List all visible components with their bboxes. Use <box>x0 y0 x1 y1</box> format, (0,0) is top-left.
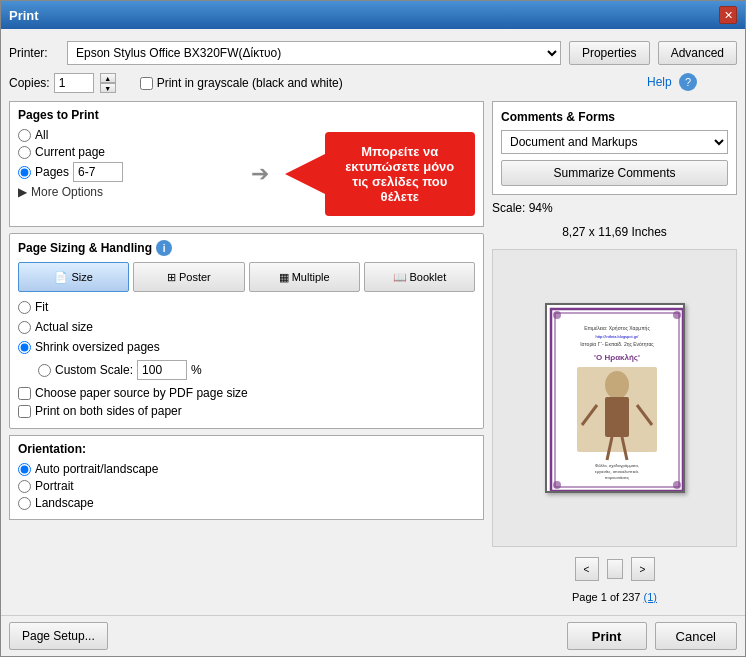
printer-row: Printer: Epson Stylus Office BX320FW(Δίκ… <box>9 41 737 65</box>
page-setup-button[interactable]: Page Setup... <box>9 622 108 650</box>
orientation-group: Orientation: Auto portrait/landscape Por… <box>9 435 484 520</box>
summarize-button[interactable]: Summarize Comments <box>501 160 728 186</box>
properties-button[interactable]: Properties <box>569 41 650 65</box>
size-buttons-row: 📄 Size ⊞ Poster ▦ Multiple 📖 <box>18 262 475 292</box>
custom-scale-label: Custom Scale: <box>55 363 133 377</box>
scale-input[interactable] <box>137 360 187 380</box>
print-button[interactable]: Print <box>567 622 647 650</box>
auto-radio[interactable] <box>18 463 31 476</box>
left-panel: Pages to Print All Current page <box>9 101 484 603</box>
svg-text:εργασίες, αποκαλυπτικά,: εργασίες, αποκαλυπτικά, <box>595 469 639 474</box>
fit-label: Fit <box>35 300 48 314</box>
copies-up-button[interactable]: ▲ <box>100 73 116 83</box>
landscape-radio[interactable] <box>18 497 31 510</box>
copies-input[interactable] <box>54 73 94 93</box>
title-bar: Print ✕ <box>1 1 745 29</box>
both-sides-row: Print on both sides of paper <box>18 404 475 418</box>
grayscale-checkbox[interactable] <box>140 77 153 90</box>
percent-label: % <box>191 363 202 377</box>
auto-label: Auto portrait/landscape <box>35 462 158 476</box>
orientation-title: Orientation: <box>18 442 475 456</box>
info-icon[interactable]: i <box>156 240 172 256</box>
shrink-radio[interactable] <box>18 341 31 354</box>
preview-page: Επιμέλεια: Χρήστος Χαρμπής http://inthri… <box>545 303 685 493</box>
arrow-right-icon: ➔ <box>251 161 269 187</box>
pages-radio-row: Pages <box>18 162 243 182</box>
svg-point-5 <box>553 481 561 489</box>
custom-scale-row: Custom Scale: % <box>38 360 475 380</box>
pages-label: Pages <box>35 165 69 179</box>
page-size-info: 8,27 x 11,69 Inches <box>492 225 737 239</box>
copies-spinner: ▲ ▼ <box>100 73 116 93</box>
fit-options: Fit Actual size Shrink oversized pages <box>18 300 475 380</box>
page-sizing-title: Page Sizing & Handling <box>18 241 152 255</box>
comments-forms-group: Comments & Forms Document and Markups Su… <box>492 101 737 195</box>
booklet-button[interactable]: 📖 Booklet <box>364 262 475 292</box>
main-area: Pages to Print All Current page <box>9 101 737 603</box>
printer-select[interactable]: Epson Stylus Office BX320FW(Δίκτυο) <box>67 41 561 65</box>
copies-label: Copies: <box>9 76 50 90</box>
svg-rect-13 <box>605 397 629 437</box>
page-indicator: Page 1 of 237 (1) <box>492 591 737 603</box>
next-page-button[interactable]: > <box>631 557 655 581</box>
svg-point-6 <box>673 481 681 489</box>
current-label: Current page <box>35 145 105 159</box>
svg-text:http://inthria.blogspot.gr/: http://inthria.blogspot.gr/ <box>595 334 639 339</box>
booklet-icon: 📖 <box>393 271 407 284</box>
svg-text:Επιμέλεια: Χρήστος Χαρμπής: Επιμέλεια: Χρήστος Χαρμπής <box>584 325 650 331</box>
portrait-label: Portrait <box>35 479 74 493</box>
pages-to-print-group: Pages to Print All Current page <box>9 101 484 227</box>
all-radio[interactable] <box>18 129 31 142</box>
footer-bar: Page Setup... Print Cancel <box>1 615 745 656</box>
pages-input[interactable] <box>73 162 123 182</box>
prev-page-button[interactable]: < <box>575 557 599 581</box>
grayscale-label: Print in grayscale (black and white) <box>157 76 343 90</box>
page-sizing-group: Page Sizing & Handling i 📄 Size ⊞ Poster <box>9 233 484 429</box>
shrink-label: Shrink oversized pages <box>35 340 160 354</box>
multiple-icon: ▦ <box>279 271 289 284</box>
print-dialog: Print ✕ Help ? Printer: Epson Stylus Off… <box>0 0 746 657</box>
page-icon: 📄 <box>54 271 68 284</box>
comments-forms-select[interactable]: Document and Markups <box>501 130 728 154</box>
right-panel: Comments & Forms Document and Markups Su… <box>492 101 737 603</box>
callout-box: Μπορείτε να εκτυπώσετε μόνο τις σελίδες … <box>325 132 476 216</box>
current-radio[interactable] <box>18 146 31 159</box>
size-button[interactable]: 📄 Size <box>18 262 129 292</box>
preview-svg: Επιμέλεια: Χρήστος Χαρμπής http://inthri… <box>547 305 685 493</box>
custom-scale-radio[interactable] <box>38 364 51 377</box>
scale-info: Scale: 94% <box>492 201 737 215</box>
all-radio-row: All <box>18 128 243 142</box>
poster-button[interactable]: ⊞ Poster <box>133 262 244 292</box>
close-button[interactable]: ✕ <box>719 6 737 24</box>
both-sides-checkbox[interactable] <box>18 405 31 418</box>
portrait-radio-row: Portrait <box>18 479 475 493</box>
fit-radio[interactable] <box>18 301 31 314</box>
footer-buttons: Print Cancel <box>567 622 737 650</box>
advanced-button[interactable]: Advanced <box>658 41 737 65</box>
auto-radio-row: Auto portrait/landscape <box>18 462 475 476</box>
landscape-label: Landscape <box>35 496 94 510</box>
svg-text:Ιστορία Γ΄- Εκπαίδ. 2ης Ενότητ: Ιστορία Γ΄- Εκπαίδ. 2ης Ενότητας <box>580 341 654 347</box>
help-link[interactable]: Help ? <box>647 73 697 91</box>
cancel-button[interactable]: Cancel <box>655 622 737 650</box>
pages-to-print-title: Pages to Print <box>18 108 475 122</box>
copies-down-button[interactable]: ▼ <box>100 83 116 93</box>
preview-nav: < > <box>492 557 737 581</box>
grayscale-row: Print in grayscale (black and white) <box>140 76 343 90</box>
pages-radio[interactable] <box>18 166 31 179</box>
svg-text:παρουσιάσεις: παρουσιάσεις <box>604 475 629 480</box>
dialog-title: Print <box>9 8 39 23</box>
actual-radio[interactable] <box>18 321 31 334</box>
page-slider[interactable] <box>607 559 623 579</box>
page-link[interactable]: (1) <box>644 591 657 603</box>
current-radio-row: Current page <box>18 145 243 159</box>
pdf-source-checkbox[interactable] <box>18 387 31 400</box>
printer-label: Printer: <box>9 46 59 60</box>
multiple-button[interactable]: ▦ Multiple <box>249 262 360 292</box>
svg-point-12 <box>605 371 629 399</box>
copies-row: Copies: ▲ ▼ Print in grayscale (black an… <box>9 73 737 93</box>
actual-radio-row: Actual size <box>18 320 475 334</box>
more-options[interactable]: ▶ More Options <box>18 185 243 199</box>
portrait-radio[interactable] <box>18 480 31 493</box>
preview-area: Επιμέλεια: Χρήστος Χαρμπής http://inthri… <box>492 249 737 547</box>
